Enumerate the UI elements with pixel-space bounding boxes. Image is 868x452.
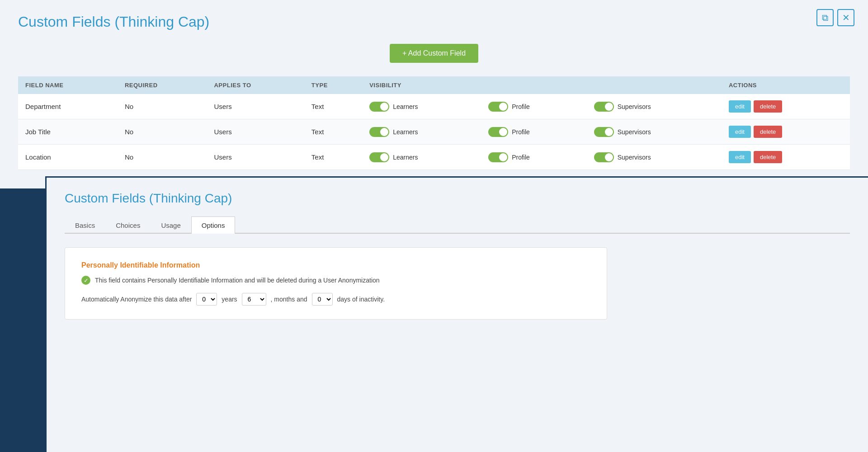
cell-visibility-learners: Learners xyxy=(362,145,481,170)
label-profile-0: Profile xyxy=(512,103,530,110)
pii-check-icon: ✓ xyxy=(81,276,90,285)
pii-section: Personally Identifiable Information ✓ Th… xyxy=(65,247,607,320)
cell-visibility-supervisors: Supervisors xyxy=(587,119,722,145)
toggle-learners-0[interactable] xyxy=(369,102,389,112)
cell-visibility-profile: Profile xyxy=(481,94,587,119)
toggle-profile-2[interactable] xyxy=(488,152,508,162)
delete-button[interactable]: delete xyxy=(754,151,782,163)
table-row: Department No Users Text Learners Profil… xyxy=(18,94,850,119)
table-row: Job Title No Users Text Learners Profile xyxy=(18,119,850,145)
cell-applies-to: Users xyxy=(207,94,304,119)
label-learners-0: Learners xyxy=(393,103,418,110)
tab-usage[interactable]: Usage xyxy=(151,217,191,234)
cell-field-name: Location xyxy=(18,145,118,170)
table-header-row: FIELD NAME REQUIRED APPLIES TO TYPE VISI… xyxy=(18,76,850,94)
toggle-supervisors-0[interactable] xyxy=(594,102,614,112)
days-select[interactable]: 01234567 xyxy=(312,293,333,306)
expand-button[interactable]: ⧉ xyxy=(816,9,834,26)
delete-button[interactable]: delete xyxy=(754,100,782,113)
cell-actions: edit delete xyxy=(722,94,850,119)
tab-choices[interactable]: Choices xyxy=(105,217,151,234)
toggle-supervisors-1[interactable] xyxy=(594,127,614,137)
bottom-panel-title: Custom Fields (Thinking Cap) xyxy=(65,191,850,206)
pii-anon-label-before: Automatically Anonymize this data after xyxy=(81,296,192,303)
col-applies-to: APPLIES TO xyxy=(207,76,304,94)
toggle-profile-0[interactable] xyxy=(488,102,508,112)
toggle-learners-1[interactable] xyxy=(369,127,389,137)
pii-checkbox-label: This field contains Personally Identifia… xyxy=(95,277,380,284)
cell-actions: edit delete xyxy=(722,119,850,145)
cell-visibility-profile: Profile xyxy=(481,145,587,170)
cell-visibility-supervisors: Supervisors xyxy=(587,94,722,119)
delete-button[interactable]: delete xyxy=(754,126,782,138)
pii-years-label: years xyxy=(222,296,237,303)
pii-anon-label-after: days of inactivity. xyxy=(337,296,385,303)
cell-required: No xyxy=(118,119,207,145)
close-button[interactable]: ✕ xyxy=(837,9,854,26)
tab-basics[interactable]: Basics xyxy=(65,217,105,234)
col-visibility: VISIBILITY xyxy=(362,76,722,94)
edit-button[interactable]: edit xyxy=(729,100,751,113)
months-select[interactable]: 0123456789101112 xyxy=(242,293,266,306)
col-type: TYPE xyxy=(304,76,362,94)
label-supervisors-1: Supervisors xyxy=(618,128,651,136)
tab-options[interactable]: Options xyxy=(191,217,236,234)
cell-actions: edit delete xyxy=(722,145,850,170)
col-actions: ACTIONS xyxy=(722,76,850,94)
cell-applies-to: Users xyxy=(207,119,304,145)
toggle-learners-2[interactable] xyxy=(369,152,389,162)
edit-button[interactable]: edit xyxy=(729,126,751,138)
cell-required: No xyxy=(118,94,207,119)
fields-table: FIELD NAME REQUIRED APPLIES TO TYPE VISI… xyxy=(18,76,850,170)
years-select[interactable]: 012345 xyxy=(196,293,217,306)
cell-visibility-learners: Learners xyxy=(362,119,481,145)
col-required: REQUIRED xyxy=(118,76,207,94)
table-row: Location No Users Text Learners Profile xyxy=(18,145,850,170)
label-supervisors-2: Supervisors xyxy=(618,154,651,161)
label-learners-1: Learners xyxy=(393,128,418,136)
cell-visibility-profile: Profile xyxy=(481,119,587,145)
cell-visibility-learners: Learners xyxy=(362,94,481,119)
label-profile-2: Profile xyxy=(512,154,530,161)
window-controls: ⧉ ✕ xyxy=(816,9,854,26)
pii-anon-label-middle: , months and xyxy=(271,296,307,303)
label-supervisors-0: Supervisors xyxy=(618,103,651,110)
pii-title: Personally Identifiable Information xyxy=(81,261,590,269)
tabs-container: BasicsChoicesUsageOptions xyxy=(65,217,850,234)
cell-field-name: Job Title xyxy=(18,119,118,145)
top-panel-title: Custom Fields (Thinking Cap) xyxy=(18,14,850,30)
add-custom-field-button[interactable]: + Add Custom Field xyxy=(390,44,478,63)
bottom-panel: Custom Fields (Thinking Cap) BasicsChoic… xyxy=(45,176,868,452)
label-profile-1: Profile xyxy=(512,128,530,136)
pii-anon-row: Automatically Anonymize this data after … xyxy=(81,293,590,306)
edit-button[interactable]: edit xyxy=(729,151,751,163)
cell-type: Text xyxy=(304,119,362,145)
cell-type: Text xyxy=(304,145,362,170)
toggle-profile-1[interactable] xyxy=(488,127,508,137)
cell-applies-to: Users xyxy=(207,145,304,170)
cell-required: No xyxy=(118,145,207,170)
toggle-supervisors-2[interactable] xyxy=(594,152,614,162)
label-learners-2: Learners xyxy=(393,154,418,161)
top-panel: Custom Fields (Thinking Cap) ⧉ ✕ + Add C… xyxy=(0,0,868,190)
cell-visibility-supervisors: Supervisors xyxy=(587,145,722,170)
col-field-name: FIELD NAME xyxy=(18,76,118,94)
cell-type: Text xyxy=(304,94,362,119)
cell-field-name: Department xyxy=(18,94,118,119)
pii-checkbox-row: ✓ This field contains Personally Identif… xyxy=(81,276,590,285)
